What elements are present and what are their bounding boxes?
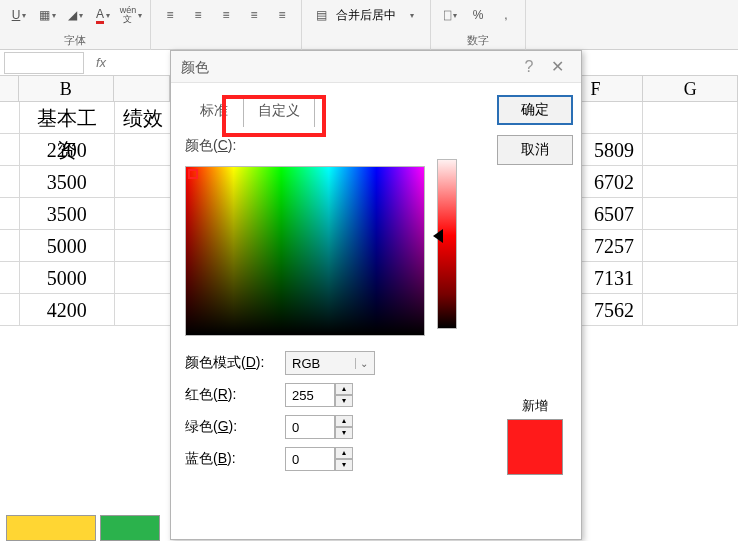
color-picker-area	[185, 159, 475, 343]
merge-icon-button[interactable]: ▤	[308, 3, 334, 27]
indent-decrease-button[interactable]: ≡	[241, 3, 267, 27]
green-row: 绿色(G): ▴▾	[185, 415, 475, 439]
blue-row: 蓝色(B): ▴▾	[185, 447, 475, 471]
col-header-b[interactable]: B	[19, 76, 114, 102]
dialog-tabs: 标准 自定义	[185, 95, 475, 127]
align-left-button[interactable]: ≡	[157, 3, 183, 27]
ribbon-toolbar: U ▦ ◢ A wén文 字体 ≡ ≡ ≡ ≡ ≡ ▤ 合并后居中 ⎕ % , …	[0, 0, 738, 50]
green-label: 绿色(G):	[185, 418, 275, 436]
name-box[interactable]	[4, 52, 84, 74]
color-mode-row: 颜色模式(D): RGB⌄	[185, 351, 475, 375]
red-row: 红色(R): ▴▾	[185, 383, 475, 407]
dialog-titlebar[interactable]: 颜色 ? ✕	[171, 51, 581, 83]
percent-button[interactable]: %	[465, 3, 491, 27]
border-icon: ▦	[39, 8, 50, 22]
number-group-label: 数字	[467, 33, 489, 48]
dialog-title: 颜色	[181, 51, 515, 83]
align-left-icon: ≡	[166, 8, 173, 22]
spin-up-icon[interactable]: ▴	[335, 383, 353, 395]
hue-slider[interactable]	[437, 159, 457, 329]
color-crosshair[interactable]	[188, 169, 198, 179]
tab-standard[interactable]: 标准	[185, 95, 243, 127]
merge-drop[interactable]	[398, 3, 424, 27]
help-button[interactable]: ?	[515, 51, 543, 83]
red-input[interactable]	[285, 383, 335, 407]
underline-icon: U	[12, 8, 21, 22]
col-header-g[interactable]: G	[643, 76, 738, 102]
chevron-down-icon: ⌄	[355, 358, 368, 369]
align-center-icon: ≡	[194, 8, 201, 22]
comma-button[interactable]: ,	[493, 3, 519, 27]
spin-down-icon[interactable]: ▾	[335, 427, 353, 439]
color-field-label: 颜色(C):	[185, 137, 475, 155]
currency-icon: ⎕	[444, 8, 451, 22]
color-dialog: 颜色 ? ✕ 标准 自定义 颜色(C): 颜色模式(D): RGB⌄	[170, 50, 582, 540]
col-header-a[interactable]	[0, 76, 19, 102]
blue-input[interactable]	[285, 447, 335, 471]
indent-increase-button[interactable]: ≡	[269, 3, 295, 27]
border-button[interactable]: ▦	[34, 3, 60, 27]
color-mode-label: 颜色模式(D):	[185, 354, 275, 372]
ok-button[interactable]: 确定	[497, 95, 573, 125]
align-center-button[interactable]: ≡	[185, 3, 211, 27]
spin-down-icon[interactable]: ▾	[335, 395, 353, 407]
comma-icon: ,	[504, 8, 507, 22]
hue-slider-wrap	[437, 159, 457, 343]
font-group-label: 字体	[64, 33, 86, 48]
bucket-icon: ◢	[68, 8, 77, 22]
bottom-highlight	[6, 515, 160, 541]
yellow-cell[interactable]	[6, 515, 96, 541]
align-right-button[interactable]: ≡	[213, 3, 239, 27]
font-a-icon: A	[96, 7, 104, 24]
close-button[interactable]: ✕	[543, 51, 571, 83]
percent-icon: %	[473, 8, 484, 22]
indent-dec-icon: ≡	[250, 8, 257, 22]
red-spinner[interactable]: ▴▾	[335, 383, 353, 407]
fx-icon[interactable]: fx	[96, 55, 106, 70]
merge-group: ▤ 合并后居中	[302, 0, 431, 50]
phonetic-button[interactable]: wén文	[118, 3, 144, 27]
green-cell[interactable]	[100, 515, 160, 541]
green-input[interactable]	[285, 415, 335, 439]
color-mode-value: RGB	[292, 356, 320, 371]
font-group: U ▦ ◢ A wén文 字体	[0, 0, 151, 50]
merge-label[interactable]: 合并后居中	[336, 7, 396, 24]
new-color-swatch	[507, 419, 563, 475]
number-group: ⎕ % , 数字	[431, 0, 526, 50]
merge-cells-icon: ▤	[316, 8, 327, 22]
underline-button[interactable]: U	[6, 3, 32, 27]
cancel-button[interactable]: 取消	[497, 135, 573, 165]
tab-custom[interactable]: 自定义	[243, 95, 315, 127]
blue-spinner[interactable]: ▴▾	[335, 447, 353, 471]
indent-inc-icon: ≡	[278, 8, 285, 22]
align-group: ≡ ≡ ≡ ≡ ≡	[151, 0, 302, 50]
new-color-label: 新增	[522, 397, 548, 415]
green-spinner[interactable]: ▴▾	[335, 415, 353, 439]
spin-down-icon[interactable]: ▾	[335, 459, 353, 471]
col-header-c[interactable]	[114, 76, 171, 102]
align-right-icon: ≡	[222, 8, 229, 22]
blue-label: 蓝色(B):	[185, 450, 275, 468]
spin-up-icon[interactable]: ▴	[335, 447, 353, 459]
spin-up-icon[interactable]: ▴	[335, 415, 353, 427]
color-mode-select[interactable]: RGB⌄	[285, 351, 375, 375]
red-label: 红色(R):	[185, 386, 275, 404]
saturation-gradient[interactable]	[185, 166, 425, 336]
hue-arrow-icon[interactable]	[433, 229, 443, 243]
header-cell-c[interactable]: 绩效	[115, 102, 172, 134]
header-cell-b[interactable]: 基本工资	[20, 102, 115, 134]
currency-button[interactable]: ⎕	[437, 3, 463, 27]
font-color-button[interactable]: A	[90, 3, 116, 27]
fill-color-button[interactable]: ◢	[62, 3, 88, 27]
phonetic-icon: wén文	[120, 6, 137, 24]
